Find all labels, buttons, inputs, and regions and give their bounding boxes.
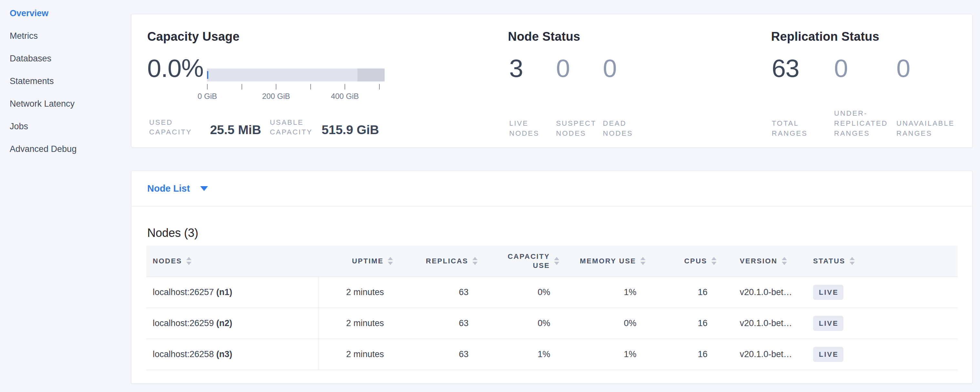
sidebar: OverviewMetricsDatabasesStatementsNetwor… xyxy=(10,8,126,167)
memory-use-cell: 1% xyxy=(564,339,650,370)
column-header-label: STATUS xyxy=(813,257,845,266)
column-header-inner: MEMORY USE xyxy=(564,257,646,266)
status-cell: LIVE xyxy=(809,277,958,308)
stat-number: 0 xyxy=(834,53,896,84)
capacity-use-cell: 0% xyxy=(482,277,564,308)
column-header-memory_use[interactable]: MEMORY USE xyxy=(564,245,650,277)
status-badge: LIVE xyxy=(813,285,843,300)
gauge-tick xyxy=(276,84,277,89)
nodes-title: Nodes (3) xyxy=(147,226,958,240)
sort-icon xyxy=(186,257,191,265)
column-header-inner: UPTIME xyxy=(318,257,393,266)
version-cell: v20.1.0-bet… xyxy=(721,339,809,370)
column-header-inner: VERSION xyxy=(740,257,809,266)
column-header-inner: REPLICAS xyxy=(398,257,477,266)
stat-number: 0 xyxy=(556,53,603,84)
sort-down-arrow xyxy=(186,262,191,265)
capacity-usage-title: Capacity Usage xyxy=(147,29,240,44)
stat-number: 63 xyxy=(772,53,834,84)
memory-use-cell: 1% xyxy=(564,277,650,308)
node-id: (n1) xyxy=(216,287,232,297)
sidebar-item-overview[interactable]: Overview xyxy=(10,8,126,18)
replicas-cell: 63 xyxy=(398,339,482,370)
stat-label: UNDER-REPLICATEDRANGES xyxy=(834,108,896,138)
node-id: (n3) xyxy=(216,349,232,359)
sidebar-item-jobs[interactable]: Jobs xyxy=(10,121,126,132)
replicas-cell: 63 xyxy=(398,277,482,308)
gauge-tick xyxy=(207,84,208,89)
column-header-label: CPUS xyxy=(684,257,707,266)
capacity-stat-used-capacity: USEDCAPACITY25.5 MiB xyxy=(149,118,261,137)
sort-up-arrow xyxy=(473,257,477,260)
column-header-label: UPTIME xyxy=(352,257,383,266)
column-header-cpus[interactable]: CPUS xyxy=(650,245,721,277)
column-header-version[interactable]: VERSION xyxy=(721,245,809,277)
stat-total-ranges: 63TOTALRANGES xyxy=(772,53,834,138)
gauge-tick xyxy=(310,84,311,89)
memory-use-cell: 0% xyxy=(564,308,650,339)
column-header-inner: CPUS xyxy=(650,257,716,266)
table-row[interactable]: localhost:26257 (n1)2 minutes630%1%16v20… xyxy=(146,277,958,308)
sort-down-arrow xyxy=(473,262,477,265)
sort-up-arrow xyxy=(711,257,716,260)
column-header-status[interactable]: STATUS xyxy=(809,245,958,277)
version-cell: v20.1.0-bet… xyxy=(721,308,809,339)
sort-down-arrow xyxy=(388,262,393,265)
sort-down-arrow xyxy=(554,262,559,265)
stat-under-replicated-ranges: 0UNDER-REPLICATEDRANGES xyxy=(834,53,896,138)
sort-up-arrow xyxy=(640,257,646,260)
nodes-table-header: NODESUPTIMEREPLICASCAPACITYUSEMEMORY USE… xyxy=(146,245,958,277)
stat-dead-nodes: 0DEADNODES xyxy=(603,53,650,138)
gauge-tick xyxy=(242,84,242,89)
stat-value: 25.5 MiB xyxy=(210,123,261,137)
node-status-stats: 3LIVENODES0SUSPECTNODES0DEADNODES xyxy=(509,53,650,138)
replication-status-stats: 63TOTALRANGES0UNDER-REPLICATEDRANGES0UNA… xyxy=(772,53,959,138)
gauge-tick xyxy=(345,84,345,89)
sidebar-item-statements[interactable]: Statements xyxy=(10,76,126,86)
cpus-cell: 16 xyxy=(650,277,721,308)
column-header-inner: CAPACITYUSE xyxy=(482,252,559,270)
node-id: (n2) xyxy=(216,318,232,328)
sort-up-arrow xyxy=(186,257,191,260)
sort-down-arrow xyxy=(640,262,646,265)
cluster-summary-card: Capacity Usage 0.0% 0 GiB200 GiB400 GiB … xyxy=(131,14,972,148)
node-list-dropdown-label: Node List xyxy=(147,183,190,194)
sort-icon xyxy=(850,257,855,265)
sidebar-item-databases[interactable]: Databases xyxy=(10,54,126,64)
capacity-stat-usable-capacity: USABLECAPACITY515.9 GiB xyxy=(270,118,379,137)
capacity-use-cell: 1% xyxy=(482,339,564,370)
column-header-label: MEMORY USE xyxy=(580,257,636,266)
capacity-gauge xyxy=(207,69,385,81)
stat-label: LIVENODES xyxy=(509,108,556,138)
node-status-title: Node Status xyxy=(508,29,580,44)
sort-up-arrow xyxy=(782,257,787,260)
stat-label: DEADNODES xyxy=(603,108,650,138)
stat-number: 0 xyxy=(896,53,959,84)
node-list-dropdown[interactable]: Node List xyxy=(131,171,972,207)
status-badge: LIVE xyxy=(813,347,843,362)
nodes-table: NODESUPTIMEREPLICASCAPACITYUSEMEMORY USE… xyxy=(146,245,958,370)
column-header-label: VERSION xyxy=(740,257,778,266)
nodes-section: Nodes (3) NODESUPTIMEREPLICASCAPACITYUSE… xyxy=(131,226,972,370)
table-row[interactable]: localhost:26258 (n3)2 minutes631%1%16v20… xyxy=(146,339,958,370)
replicas-cell: 63 xyxy=(398,308,482,339)
node-address-cell: localhost:26258 (n3) xyxy=(146,339,318,370)
stat-label: USABLECAPACITY xyxy=(270,118,313,137)
sidebar-item-metrics[interactable]: Metrics xyxy=(10,31,126,41)
sidebar-item-network-latency[interactable]: Network Latency xyxy=(10,99,126,109)
column-header-node[interactable]: NODES xyxy=(146,245,318,277)
sidebar-item-advanced-debug[interactable]: Advanced Debug xyxy=(10,144,126,154)
sort-icon xyxy=(473,257,477,265)
stat-label: SUSPECTNODES xyxy=(556,108,603,138)
uptime-cell: 2 minutes xyxy=(318,339,398,370)
sort-up-arrow xyxy=(388,257,393,260)
capacity-use-cell: 0% xyxy=(482,308,564,339)
column-header-capacity_use[interactable]: CAPACITYUSE xyxy=(482,245,564,277)
replication-status-title: Replication Status xyxy=(771,29,879,44)
table-row[interactable]: localhost:26259 (n2)2 minutes630%0%16v20… xyxy=(146,308,958,339)
column-header-inner: NODES xyxy=(153,257,318,266)
sort-icon xyxy=(554,257,559,265)
column-header-replicas[interactable]: REPLICAS xyxy=(398,245,482,277)
column-header-uptime[interactable]: UPTIME xyxy=(318,245,398,277)
gauge-used-marker xyxy=(207,71,208,79)
